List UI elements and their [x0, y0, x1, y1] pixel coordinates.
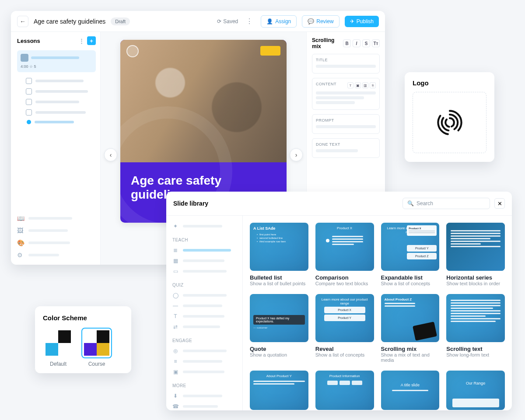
library-filter-item[interactable]: ⇄ [172, 322, 236, 332]
template-horizontal-series[interactable]: Horizontal seriesShow text blocks in ord… [446, 223, 505, 286]
prop-title-group[interactable]: TITLE [312, 54, 380, 74]
publish-icon: ✈ [350, 18, 354, 24]
footer-nav-item[interactable]: ⚙ [17, 249, 96, 261]
lesson-card-active[interactable]: 4:00 ☆ 5 [17, 50, 96, 72]
slide-type-icon [26, 109, 32, 116]
footer-nav-item[interactable]: 📖 [17, 212, 96, 224]
template-quote[interactable]: Product X has defied my expectations.— c… [250, 294, 308, 363]
publish-button[interactable]: ✈Publish [345, 16, 379, 27]
lines-icon: ≡ [172, 358, 178, 364]
prop-done-group[interactable]: DONE TEXT [312, 138, 380, 158]
text-icon: ≣ [172, 247, 178, 253]
slide-logo-badge [126, 45, 139, 57]
insert-image-icon[interactable]: ▣ [355, 82, 361, 88]
library-filter-item[interactable]: T [172, 311, 236, 322]
template-expandable-list[interactable]: Learn more about our product range Produ… [381, 223, 440, 286]
search-icon: 🔍 [407, 200, 414, 206]
lessons-options-icon[interactable]: ⋮ [79, 38, 84, 44]
template-reveal[interactable]: Learn more about our product rangeProduc… [315, 294, 374, 363]
textsize-icon[interactable]: Tт [372, 39, 380, 47]
chat-icon: 💬 [308, 18, 314, 24]
camera-icon: ▣ [172, 369, 178, 375]
color-scheme-heading: Color Scheme [43, 314, 123, 322]
logo-dropzone[interactable] [413, 92, 486, 153]
slide-type-icon [26, 99, 32, 105]
slide-type-icon [26, 88, 32, 94]
section-engage: ENGAGE [172, 338, 236, 343]
italic-icon[interactable]: I [353, 39, 360, 47]
user-icon: 👤 [266, 18, 273, 24]
dash-icon: — [172, 303, 178, 309]
back-button[interactable]: ← [17, 16, 28, 27]
library-filter-item[interactable]: ▣ [172, 367, 236, 377]
assign-button[interactable]: 👤Assign [261, 15, 297, 28]
image-icon: 🖼 [17, 227, 24, 234]
slide-row[interactable] [17, 107, 96, 118]
template-scrolling-text[interactable]: Scrolling textShow long-form text [446, 294, 505, 363]
arrows-icon: ⇄ [172, 324, 178, 330]
section-quiz: QUIZ [172, 283, 236, 287]
target-icon: ◎ [172, 348, 178, 354]
template-comparison[interactable]: Product X ComparisonCompare two text blo… [315, 223, 374, 286]
template-card[interactable]: Our Range [446, 371, 505, 410]
lessons-footer: 📖 🖼 🎨 ⚙ [17, 208, 96, 261]
library-filter-item[interactable]: — [172, 301, 236, 311]
settings-icon: ⚙ [17, 252, 24, 259]
footer-nav-item[interactable]: 🖼 [17, 224, 96, 237]
slide-library-panel: Slide library 🔍 Search ✕ ✦ TEACH ≣ ▦ ▭ Q… [166, 192, 512, 410]
template-card[interactable]: A title slide [381, 371, 440, 410]
section-teach: TEACH [172, 238, 236, 242]
slide-icon: ▭ [172, 268, 178, 274]
review-button[interactable]: 💬Review [302, 15, 339, 28]
template-card[interactable]: Product Information [315, 371, 374, 410]
circle-icon: ◯ [172, 292, 178, 298]
slide-tag-badge [260, 46, 280, 56]
template-scrolling-mix[interactable]: About Product Z Scrolling mixShow a mix … [381, 294, 440, 363]
bold-icon[interactable]: B [343, 39, 351, 47]
library-filter-item[interactable]: ≣ [172, 245, 236, 256]
scheme-default[interactable]: Default [43, 328, 74, 367]
palette-icon: 🎨 [17, 239, 24, 246]
sparkle-icon: ✦ [172, 223, 178, 229]
library-filter-item[interactable]: ◎ [172, 346, 236, 356]
next-slide-button[interactable]: › [290, 148, 303, 161]
prop-content-group[interactable]: CONTENT T▣▥⎘ [312, 78, 380, 110]
library-grid: A List SAdefirst point heresecond bullet… [243, 216, 512, 410]
library-sidebar: ✦ TEACH ≣ ▦ ▭ QUIZ ◯ — T ⇄ ENGAGE ◎ ≡ ▣ … [166, 216, 243, 410]
template-bulleted-list[interactable]: A List SAdefirst point heresecond bullet… [250, 223, 308, 286]
download-icon: ⬇ [172, 393, 178, 399]
insert-text-icon[interactable]: T [347, 82, 354, 88]
slide-row-current[interactable] [17, 118, 96, 126]
template-card[interactable]: About Product Y [250, 371, 308, 410]
course-title: Age care safety guidelines [34, 18, 105, 25]
lessons-sidebar: Lessons ⋮ + 4:00 ☆ 5 📖 🖼 🎨 ⚙ [11, 32, 101, 265]
phone-icon: ☎ [172, 403, 178, 410]
library-filter-item[interactable]: ▦ [172, 256, 236, 266]
close-button[interactable]: ✕ [494, 198, 505, 209]
section-more: MORE [172, 383, 236, 388]
search-input[interactable]: 🔍 Search [402, 198, 490, 209]
slide-type-icon [26, 78, 32, 84]
insert-video-icon[interactable]: ▥ [362, 82, 368, 88]
prev-slide-button[interactable]: ‹ [104, 148, 117, 161]
library-filter-item[interactable]: ✦ [172, 221, 236, 231]
saved-indicator: ⟳Saved [217, 18, 238, 24]
current-slide-dot-icon [27, 120, 31, 124]
library-filter-item[interactable]: ◯ [172, 290, 236, 301]
add-lesson-button[interactable]: + [87, 36, 96, 45]
insert-link-icon[interactable]: ⎘ [370, 82, 376, 88]
editor-header: ← Age care safety guidelines Draft ⟳Save… [11, 11, 385, 32]
slide-row[interactable] [17, 76, 96, 86]
scheme-course[interactable]: Course [81, 328, 112, 367]
library-filter-item[interactable]: ▭ [172, 266, 236, 276]
library-filter-item[interactable]: ⬇ [172, 391, 236, 401]
logo-card: Logo [405, 72, 494, 162]
slide-row[interactable] [17, 97, 96, 107]
slide-row[interactable] [17, 86, 96, 97]
strike-icon[interactable]: S [362, 39, 370, 47]
library-filter-item[interactable]: ☎ [172, 401, 236, 410]
library-filter-item[interactable]: ≡ [172, 356, 236, 367]
footer-nav-item[interactable]: 🎨 [17, 237, 96, 249]
more-menu-button[interactable]: ⋮ [243, 17, 256, 25]
prop-prompt-group[interactable]: PROMPT [312, 114, 380, 134]
